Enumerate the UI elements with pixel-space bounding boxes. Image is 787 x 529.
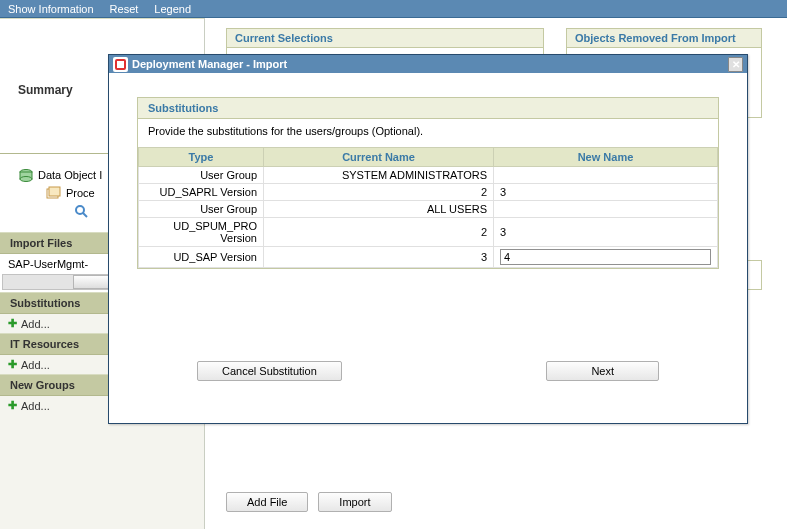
database-icon [18, 168, 34, 182]
substitutions-table: Type Current Name New Name User Group SY… [138, 147, 718, 268]
oracle-icon [113, 57, 128, 72]
cell-type: UD_SPUM_PRO Version [139, 218, 264, 247]
panel-head: Current Selections [227, 29, 543, 48]
top-menu: Show Information Reset Legend [0, 0, 787, 18]
svg-line-6 [83, 213, 87, 217]
cell-new-name[interactable]: 3 [494, 184, 718, 201]
menu-reset[interactable]: Reset [110, 3, 139, 15]
substitutions-heading: Substitutions [138, 98, 718, 119]
add-label: Add... [21, 359, 50, 371]
cell-new-name[interactable] [494, 167, 718, 184]
svg-point-5 [76, 206, 84, 214]
new-groups-label: New Groups [10, 379, 75, 391]
deployment-manager-dialog: Deployment Manager - Import ✕ Substituti… [108, 54, 748, 424]
dialog-footer: Cancel Substitution Next [137, 361, 719, 381]
menu-show-info[interactable]: Show Information [8, 3, 94, 15]
cell-current: 2 [264, 184, 494, 201]
it-resources-label: IT Resources [10, 338, 79, 350]
menu-legend[interactable]: Legend [154, 3, 191, 15]
table-row: User Group SYSTEM ADMINISTRATORS [139, 167, 718, 184]
dialog-body: Substitutions Provide the substitutions … [109, 73, 747, 395]
tree-label: Proce [66, 187, 95, 199]
cell-new-name[interactable] [494, 201, 718, 218]
table-row: UD_SAP Version 3 [139, 247, 718, 268]
col-type: Type [139, 148, 264, 167]
cell-current: 2 [264, 218, 494, 247]
table-row: User Group ALL USERS [139, 201, 718, 218]
search-icon [74, 204, 88, 218]
cell-current: 3 [264, 247, 494, 268]
summary-label: Summary [18, 83, 73, 97]
close-button[interactable]: ✕ [728, 57, 743, 72]
process-icon [46, 186, 62, 200]
next-button[interactable]: Next [546, 361, 659, 381]
new-name-input[interactable] [500, 249, 711, 265]
cancel-substitution-button[interactable]: Cancel Substitution [197, 361, 342, 381]
dialog-titlebar[interactable]: Deployment Manager - Import ✕ [109, 55, 747, 73]
cell-current: SYSTEM ADMINISTRATORS [264, 167, 494, 184]
svg-point-2 [20, 177, 32, 182]
plus-icon: ✚ [8, 399, 17, 412]
table-row: UD_SPUM_PRO Version 2 3 [139, 218, 718, 247]
cell-current: ALL USERS [264, 201, 494, 218]
svg-rect-4 [49, 187, 60, 196]
import-files-label: Import Files [10, 237, 72, 249]
plus-icon: ✚ [8, 358, 17, 371]
cell-type: User Group [139, 167, 264, 184]
plus-icon: ✚ [8, 317, 17, 330]
substitutions-description: Provide the substitutions for the users/… [138, 119, 718, 147]
dialog-title: Deployment Manager - Import [132, 58, 728, 70]
col-new-name: New Name [494, 148, 718, 167]
add-file-button[interactable]: Add File [226, 492, 308, 512]
cell-type: UD_SAP Version [139, 247, 264, 268]
add-label: Add... [21, 400, 50, 412]
tree-label: Data Object I [38, 169, 102, 181]
substitutions-label: Substitutions [10, 297, 80, 309]
cell-new-name[interactable] [494, 247, 718, 268]
import-button[interactable]: Import [318, 492, 391, 512]
add-label: Add... [21, 318, 50, 330]
cell-type: User Group [139, 201, 264, 218]
footer-buttons: Add File Import [226, 492, 392, 512]
substitutions-frame: Substitutions Provide the substitutions … [137, 97, 719, 269]
table-row: UD_SAPRL Version 2 3 [139, 184, 718, 201]
col-current: Current Name [264, 148, 494, 167]
panel-head: Objects Removed From Import [567, 29, 761, 48]
cell-type: UD_SAPRL Version [139, 184, 264, 201]
cell-new-name[interactable]: 3 [494, 218, 718, 247]
